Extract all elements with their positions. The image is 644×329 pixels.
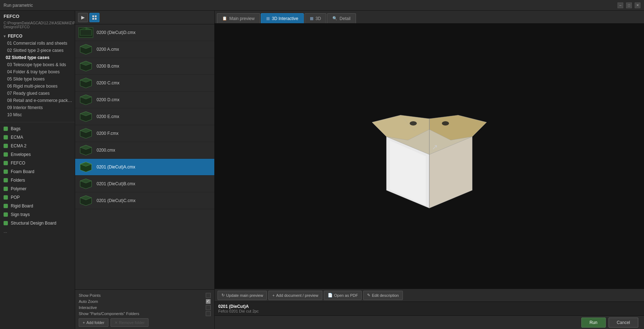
sidebar-item-structural[interactable]: Structural Design Board (0, 219, 75, 227)
svg-rect-1 (95, 15, 97, 17)
file-item-10[interactable]: 0201 (DieCut)C.cmx (75, 192, 214, 209)
sidebar-item-bags[interactable]: Bags (0, 124, 75, 133)
interactive-checkbox[interactable] (206, 305, 211, 310)
svg-rect-2 (92, 18, 94, 20)
sidebar-item-sign-trays[interactable]: Sign trays (0, 210, 75, 219)
auto-zoom-checkbox[interactable]: ✓ (206, 299, 211, 304)
tree-root-label: FEFCO (8, 34, 23, 39)
sidebar-divider (0, 122, 75, 122)
show-parts-row: Show "Parts/Components" Folders (79, 311, 211, 316)
play-button[interactable]: ▶ (78, 13, 88, 22)
file-item-3[interactable]: 0200 C.cmx (75, 75, 214, 92)
grid-view-button[interactable] (89, 13, 99, 22)
file-thumb-6 (78, 127, 94, 140)
preview-tabs: 📋 Main preview ▦ 3D Interactive ▦ 3D 🔍 D… (215, 11, 644, 24)
tree-item-05[interactable]: 05 Slide type boxes (0, 75, 75, 83)
file-name-6: 0200 F.cmx (97, 131, 118, 136)
file-thumb-2 (78, 60, 94, 73)
maximize-button[interactable]: □ (626, 3, 632, 8)
edit-description-label: Edit description (372, 293, 399, 298)
main-layout: FEFCO C:\ProgramData\AGCAD\12.2\KASEMAKE… (0, 11, 644, 329)
file-thumb-4 (78, 93, 94, 106)
tree-item-02b[interactable]: 02 Slotted type cases (0, 54, 75, 61)
sidebar-item-folders[interactable]: Folders (0, 176, 75, 185)
tab-3d-interactive[interactable]: ▦ 3D Interactive (261, 13, 304, 23)
pop-icon (4, 195, 8, 200)
svg-rect-0 (92, 15, 94, 17)
add-folder-button[interactable]: + Add folder (79, 318, 108, 327)
minimize-button[interactable]: – (618, 3, 623, 8)
window-controls: – □ ✕ (618, 3, 640, 8)
tree-item-10[interactable]: 10 Misc (0, 111, 75, 118)
sidebar-item-polymer[interactable]: Polymer (0, 185, 75, 193)
file-item-7[interactable]: 0200.cmx (75, 142, 214, 159)
file-item-0[interactable]: 0200 (DieCut)D.cmx (75, 24, 214, 41)
file-thumb-1 (78, 43, 94, 56)
tab-main-preview[interactable]: 📋 Main preview (217, 13, 260, 23)
tree-item-01[interactable]: 01 Commercial rolls and sheets (0, 40, 75, 47)
tree-item-03[interactable]: 03 Telescope type boxes & lids (0, 61, 75, 68)
tree-item-09[interactable]: 09 Interior fitments (0, 104, 75, 111)
tree-item-07[interactable]: 07 Ready glued cases (0, 90, 75, 97)
sidebar-item-ecma[interactable]: ECMA (0, 133, 75, 142)
sign-trays-label: Sign trays (11, 212, 30, 217)
remove-folder-button[interactable]: ✕ Remove folder (111, 318, 149, 327)
show-points-label: Show Points (79, 293, 101, 298)
add-document-button[interactable]: + Add document / preview (268, 291, 322, 300)
tree-item-04[interactable]: 04 Folder & tray type boxes (0, 68, 75, 75)
close-button[interactable]: ✕ (635, 3, 640, 8)
tab-3d[interactable]: ▦ 3D (304, 13, 326, 23)
sidebar-item-ecma2[interactable]: ECMA 2 (0, 142, 75, 150)
options-panel: Show Points Auto Zoom ✓ Interactive Show… (75, 289, 214, 329)
sidebar-item-rigid-board[interactable]: Rigid Board (0, 202, 75, 210)
file-thumb-5 (78, 110, 94, 123)
open-pdf-button[interactable]: 📄 Open as PDF (324, 291, 362, 300)
tree-item-06[interactable]: 06 Rigid multi-piece boxes (0, 83, 75, 90)
run-button[interactable]: Run (581, 318, 606, 328)
foam-board-icon (4, 170, 8, 174)
file-thumb-8 (78, 161, 94, 173)
update-preview-button[interactable]: ↻ Update main preview (218, 291, 267, 300)
file-item-5[interactable]: 0200 E.cmx (75, 108, 214, 125)
file-item-9[interactable]: 0201 (DieCut)B.cmx (75, 176, 214, 192)
sidebar: FEFCO C:\ProgramData\AGCAD\12.2\KASEMAKE… (0, 11, 75, 329)
show-parts-checkbox[interactable] (206, 311, 211, 316)
tree-item-02a[interactable]: 02 Slotted type 2-piece cases (0, 47, 75, 54)
bottom-bar: Run Cancel (215, 315, 644, 329)
add-folder-icon: + (83, 320, 85, 325)
edit-description-button[interactable]: ✎ Edit description (363, 291, 402, 300)
tab-detail-label: Detail (340, 16, 351, 21)
envelopes-icon (4, 152, 8, 157)
update-icon: ↻ (221, 293, 225, 298)
file-item-8[interactable]: 0201 (DieCut)A.cmx (75, 159, 214, 176)
tree-root[interactable]: ▼ FEFCO (0, 33, 75, 40)
sidebar-item-envelopes[interactable]: Envelopes (0, 150, 75, 159)
add-document-label: Add document / preview (276, 293, 318, 298)
sidebar-more[interactable]: ... (0, 227, 75, 235)
middle-toolbar: ▶ (75, 11, 214, 24)
middle-content: 0200 (DieCut)D.cmx 0200 A.cmx 0200 B.cmx (75, 24, 214, 289)
open-pdf-label: Open as PDF (334, 293, 358, 298)
tree-item-08[interactable]: 08 Retail and e-commerce packa... (0, 97, 75, 104)
3d-interactive-icon: ▦ (266, 16, 270, 21)
sidebar-header: FEFCO (0, 11, 75, 20)
tab-3d-interactive-label: 3D Interactive (272, 16, 298, 21)
cancel-button[interactable]: Cancel (609, 318, 638, 328)
sidebar-item-fefco[interactable]: FEFCO (0, 159, 75, 167)
file-name-9: 0201 (DieCut)B.cmx (97, 181, 135, 186)
file-name-10: 0201 (DieCut)C.cmx (97, 198, 136, 203)
polymer-icon (4, 187, 8, 191)
file-item-4[interactable]: 0200 D.cmx (75, 92, 214, 108)
tree-expand-icon: ▼ (3, 34, 6, 38)
rigid-board-label: Rigid Board (11, 203, 33, 208)
file-item-2[interactable]: 0200 B.cmx (75, 58, 214, 75)
sidebar-item-foam-board[interactable]: Foam Board (0, 167, 75, 176)
file-item-1[interactable]: 0200 A.cmx (75, 41, 214, 58)
sidebar-item-pop[interactable]: POP (0, 193, 75, 202)
tab-detail[interactable]: 🔍 Detail (327, 13, 356, 23)
file-thumb-7 (78, 144, 94, 157)
file-item-6[interactable]: 0200 F.cmx (75, 125, 214, 142)
tab-3d-label: 3D (316, 16, 321, 21)
show-points-checkbox[interactable] (206, 293, 211, 298)
structural-icon (4, 221, 8, 225)
